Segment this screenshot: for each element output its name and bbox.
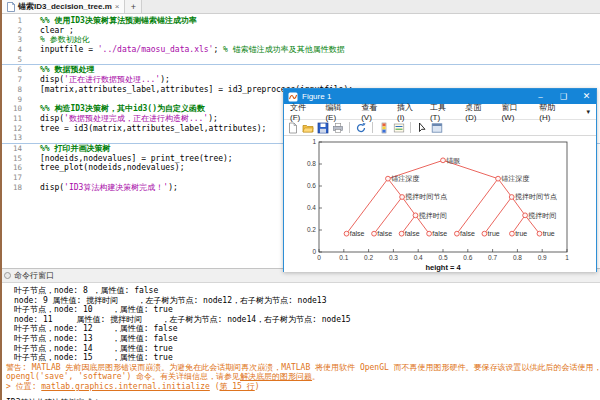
output-text: 叶子节点，node: 14 ，属性值: true — [14, 344, 173, 353]
decision-tree-plot: 00.20.40.60.8100.10.20.30.40.50.60.70.80… — [284, 136, 596, 272]
open-file-icon[interactable] — [302, 122, 314, 134]
menu-item[interactable]: 插入(I) — [397, 102, 419, 122]
code-line-6[interactable]: 6%% 数据预处理 — [2, 64, 600, 75]
tree-node — [496, 176, 501, 181]
warning-line: 警告: MATLAB 先前因底层图形错误而崩溃。为避免在此会话期间再次崩溃，MA… — [2, 363, 600, 373]
menu-item[interactable]: 窗口(W) — [501, 102, 528, 122]
y-tick-label: 0 — [312, 248, 316, 255]
menu-item[interactable]: 编辑(E) — [325, 102, 350, 122]
doc-link[interactable]: 解决底层的图形问题 — [240, 372, 312, 381]
new-tab-button[interactable]: + — [125, 0, 142, 13]
close-button[interactable]: ✕ — [577, 89, 596, 104]
tree-node — [400, 195, 405, 200]
line-number: 8 — [2, 85, 22, 95]
output-text: 叶子节点，node: 10 ，属性值: true — [14, 305, 173, 314]
editor-tab-active[interactable]: 锚索ID3_decision_tree.m × — [2, 0, 125, 13]
tree-node-label: false — [432, 230, 447, 237]
link-plot-icon[interactable] — [355, 122, 367, 134]
editor-tab-title: 锚索ID3_decision_tree.m — [18, 1, 112, 12]
menu-item[interactable]: 桌面(D) — [465, 102, 490, 122]
output-line: 叶子节点，node: 13 ，属性值: false — [2, 334, 600, 344]
tree-node-label: true — [515, 230, 527, 237]
figure-plot-area[interactable]: 00.20.40.60.8100.10.20.30.40.50.60.70.80… — [284, 136, 596, 272]
output-line: node: 11 属性值: 搅拌时间 ，左子树为节点: node14，右子树为节… — [2, 315, 600, 325]
x-tick-label: 0.8 — [513, 254, 522, 261]
x-tick-label: 0.1 — [339, 254, 348, 261]
line-number: 15 — [2, 154, 22, 164]
tree-node-label: true — [488, 230, 500, 237]
tree-node-label: 搅拌时间 — [419, 212, 447, 220]
output-line: 叶子节点，node: 14 ，属性值: true — [2, 344, 600, 354]
y-tick-label: 0.8 — [307, 160, 316, 167]
line-number: 18 — [2, 183, 22, 193]
new-figure-icon[interactable] — [287, 122, 299, 134]
code-text: disp('正在进行数据预处理...'); — [22, 75, 170, 85]
x-tick-label: 0.9 — [538, 254, 547, 261]
output-line: node: 9 属性值: 搅拌时间 ，左子树为节点: node12，右子树为节点… — [2, 296, 600, 306]
warning-line: opengl('save', 'software') 命令。有关详细信息，请参见… — [2, 372, 600, 382]
tab-close-icon[interactable]: × — [115, 3, 120, 11]
line-number: 2 — [2, 26, 22, 36]
line-number: 16 — [2, 163, 22, 173]
tree-node-label: 锚注深度 — [500, 174, 529, 183]
output-text: opengl('save', 'software') 命令。有关详细信息，请参见 — [6, 372, 240, 381]
tree-node — [427, 231, 432, 236]
toolbar-separator — [372, 122, 373, 133]
tree-node-label: true — [543, 230, 555, 237]
insert-legend-icon[interactable] — [393, 122, 405, 134]
code-line-2[interactable]: 2clear ; — [2, 26, 600, 36]
line-number: 3 — [2, 35, 22, 45]
menu-item[interactable]: 查看(V) — [361, 102, 386, 122]
command-window-pane: 命令行窗口 叶子节点，node: 8 ，属性值: falsenode: 9 属性… — [0, 268, 600, 400]
x-tick-label: 0.4 — [414, 254, 423, 261]
edit-plot-icon[interactable] — [416, 122, 428, 134]
doc-link[interactable]: 第 15 行 — [219, 382, 254, 391]
menu-item[interactable]: 文件(F) — [290, 102, 314, 122]
print-figure-icon[interactable] — [332, 122, 344, 134]
x-axis-label: height = 4 — [425, 263, 461, 272]
code-text: %% 构造ID3决策树，其中id3()为自定义函数 — [22, 104, 205, 114]
code-line-7[interactable]: 7disp('正在进行数据预处理...'); — [2, 75, 600, 85]
dock-figure-icon[interactable] — [431, 122, 443, 134]
line-number: 13 — [2, 133, 22, 143]
doc-link[interactable]: matlab.graphics.internal.initialize — [41, 382, 210, 391]
output-text: 叶子节点，node: 8 ，属性值: false — [14, 286, 158, 295]
output-text: 叶子节点，node: 13 ，属性值: false — [14, 334, 178, 343]
command-window-output[interactable]: 叶子节点，node: 8 ，属性值: falsenode: 9 属性值: 搅拌时… — [2, 283, 600, 400]
tree-node — [344, 231, 349, 236]
code-text: %% 数据预处理 — [22, 65, 94, 75]
tree-edge — [347, 179, 388, 234]
figure-window: Figure 1 – ❑ ✕ 文件(F)编辑(E)查看(V)插入(I)工具(T)… — [283, 88, 597, 272]
code-text: %% 使用ID3决策树算法预测锚索锚注成功率 — [22, 16, 197, 26]
menu-item[interactable]: 工具(T) — [430, 102, 454, 122]
tree-node-label: false — [460, 230, 475, 237]
x-tick-label: 1 — [565, 254, 569, 261]
output-text: node: 9 属性值: 搅拌时间 ，左子树为节点: node12，右子树为节点… — [14, 296, 327, 305]
save-figure-icon[interactable] — [317, 122, 329, 134]
output-line: 叶子节点，node: 10 ，属性值: true — [2, 305, 600, 315]
output-text: node: 11 属性值: 搅拌时间 ，左子树为节点: node14，右子树为节… — [14, 315, 351, 324]
code-line-5[interactable]: 5 — [2, 55, 600, 65]
tree-node-label: 搅拌时间节点 — [515, 193, 557, 201]
tree-node — [509, 195, 514, 200]
code-line-4[interactable]: 4inputfile = '../data/maosu_data.xls'; %… — [2, 45, 600, 55]
output-text: 叶子节点，node: 12 ，属性值: false — [14, 324, 178, 333]
tree-node — [523, 213, 528, 218]
y-tick-label: 0.2 — [307, 226, 316, 233]
tree-node — [441, 158, 446, 163]
insert-colorbar-icon[interactable] — [378, 122, 390, 134]
figure-toolbar — [284, 120, 596, 136]
collapse-icon[interactable] — [4, 272, 11, 279]
line-number: 10 — [2, 104, 22, 114]
menu-overflow-icon[interactable]: ▾ — [587, 108, 591, 116]
menu-item[interactable]: 帮助(H) — [539, 102, 564, 122]
figure-title: Figure 1 — [302, 92, 527, 101]
code-text: % 参数初始化 — [22, 35, 90, 45]
tree-edge — [484, 197, 511, 234]
code-text: %% 打印并画决策树 — [22, 144, 110, 154]
code-line-1[interactable]: 1%% 使用ID3决策树算法预测锚索锚注成功率 — [2, 16, 600, 26]
code-text: inputfile = '../data/maosu_data.xls'; % … — [22, 45, 345, 55]
x-tick-label: 0.5 — [438, 254, 447, 261]
code-line-3[interactable]: 3% 参数初始化 — [2, 35, 600, 45]
y-tick-label: 1 — [312, 138, 316, 145]
